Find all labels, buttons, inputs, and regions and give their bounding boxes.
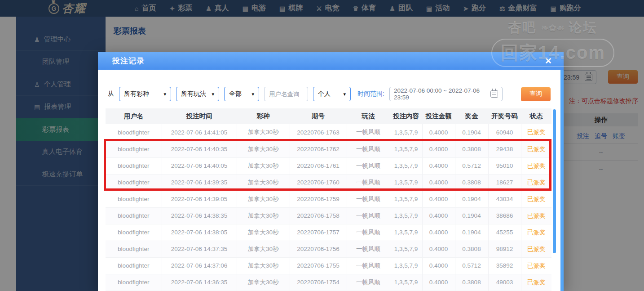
bet-records-modal: 投注记录 ✕ 从 所有彩种 ▾ 所有玩法 ▾ 全部 ▾ 个人 ▾ 时间范围:: [98, 52, 564, 291]
from-label: 从: [108, 90, 114, 98]
cell-prize: 0.1904: [455, 224, 488, 241]
cell-prize: 0.1904: [455, 191, 488, 207]
cell-period: 20220706-1763: [290, 124, 347, 141]
cell-username: bloodfighter: [106, 224, 162, 241]
cell-lottery: 加拿大30秒: [237, 241, 290, 257]
cell-draw-number: 38686: [488, 207, 521, 224]
cell-bet-time: 2022-07-06 14:37:35: [162, 241, 237, 257]
cell-amount: 0.4000: [422, 157, 455, 174]
cell-bet-time: 2022-07-06 14:36:35: [162, 274, 237, 291]
cell-username: bloodfighter: [106, 157, 162, 174]
cell-prize: 0.3808: [455, 274, 488, 291]
cell-play: 一帆风顺: [347, 141, 390, 157]
page: ♛ G 杏耀 ⌂首页✦彩票♟真人▦电游▤棋牌⚔电竞♛体育♟团队▣活动➤跑分⚖金鼎…: [0, 0, 644, 291]
bet-records-table-wrap: 用户名投注时间彩种期号玩法投注内容投注金额奖金开奖号码状态 bloodfight…: [106, 108, 551, 291]
cell-prize: 0.5712: [455, 257, 488, 274]
cell-bet-time: 2022-07-06 14:39:05: [162, 191, 237, 207]
lottery-type-select[interactable]: 所有彩种 ▾: [119, 87, 171, 101]
cell-bet-time: 2022-07-06 14:37:06: [162, 257, 237, 274]
modal-query-button[interactable]: 查询: [521, 87, 551, 101]
cell-draw-number: 45255: [488, 224, 521, 241]
table-row: bloodfighter2022-07-06 14:37:06加拿大30秒202…: [106, 257, 551, 274]
modal-scrollbar[interactable]: [560, 70, 564, 291]
cell-amount: 0.4000: [422, 191, 455, 207]
table-row: bloodfighter2022-07-06 14:38:05加拿大30秒202…: [106, 224, 551, 241]
cell-username: bloodfighter: [106, 257, 162, 274]
cell-amount: 0.4000: [422, 124, 455, 141]
cell-amount: 0.4000: [422, 207, 455, 224]
scope-select[interactable]: 个人 ▾: [313, 87, 351, 101]
cell-bet-time: 2022-07-06 14:41:05: [162, 124, 237, 141]
col-header-prize[interactable]: 奖金: [455, 108, 488, 124]
table-row: bloodfighter2022-07-06 14:41:05加拿大30秒202…: [106, 124, 551, 141]
cell-username: bloodfighter: [106, 124, 162, 141]
cell-bet-time: 2022-07-06 14:40:05: [162, 157, 237, 174]
cell-draw-number: 95010: [488, 157, 521, 174]
cell-username: bloodfighter: [106, 274, 162, 291]
time-range-input[interactable]: 2022-07-06 00:00 ~ 2022-07-06 23:59: [389, 87, 503, 101]
cell-prize: 0.5712: [455, 157, 488, 174]
play-type-select[interactable]: 所有玩法 ▾: [176, 87, 219, 101]
cell-draw-number: 49003: [488, 274, 521, 291]
table-row: bloodfighter2022-07-06 14:37:35加拿大30秒202…: [106, 241, 551, 257]
table-header-row: 用户名投注时间彩种期号玩法投注内容投注金额奖金开奖号码状态: [106, 108, 551, 124]
cell-period: 20220706-1760: [290, 174, 347, 191]
table-body: bloodfighter2022-07-06 14:41:05加拿大30秒202…: [106, 124, 551, 291]
cell-amount: 0.4000: [422, 224, 455, 241]
cell-lottery: 加拿大30秒: [237, 141, 290, 157]
cell-username: bloodfighter: [106, 191, 162, 207]
cell-amount: 0.4000: [422, 241, 455, 257]
cell-draw-number: 43034: [488, 191, 521, 207]
cell-prize: 0.1904: [455, 124, 488, 141]
col-header-bet-time[interactable]: 投注时间: [162, 108, 237, 124]
cell-lottery: 加拿大30秒: [237, 174, 290, 191]
username-search-input[interactable]: [264, 87, 308, 101]
cell-period: 20220706-1762: [290, 141, 347, 157]
cell-username: bloodfighter: [106, 141, 162, 157]
cell-play: 一帆风顺: [347, 157, 390, 174]
cell-play: 一帆风顺: [347, 174, 390, 191]
cell-amount: 0.4000: [422, 257, 455, 274]
col-header-play[interactable]: 玩法: [347, 108, 390, 124]
cell-draw-number: 18627: [488, 174, 521, 191]
col-header-amount[interactable]: 投注金额: [422, 108, 455, 124]
cell-period: 20220706-1754: [290, 274, 347, 291]
cell-content: 1,3,5,7,9: [390, 174, 422, 191]
col-header-lottery[interactable]: 彩种: [237, 108, 290, 124]
cell-content: 1,3,5,7,9: [390, 141, 422, 157]
chevron-down-icon: ▾: [343, 91, 346, 97]
cell-period: 20220706-1761: [290, 157, 347, 174]
table-scrollbar[interactable]: [553, 109, 556, 253]
table-row: bloodfighter2022-07-06 14:39:05加拿大30秒202…: [106, 191, 551, 207]
cell-draw-number: 98912: [488, 241, 521, 257]
cell-play: 一帆风顺: [347, 124, 390, 141]
cell-username: bloodfighter: [106, 207, 162, 224]
cell-lottery: 加拿大30秒: [237, 124, 290, 141]
cell-content: 1,3,5,7,9: [390, 224, 422, 241]
bet-records-table: 用户名投注时间彩种期号玩法投注内容投注金额奖金开奖号码状态 bloodfight…: [106, 108, 551, 291]
cell-content: 1,3,5,7,9: [390, 241, 422, 257]
cell-lottery: 加拿大30秒: [237, 207, 290, 224]
cell-status: 已派奖: [521, 257, 551, 274]
calendar-icon: [490, 90, 498, 98]
col-header-period[interactable]: 期号: [290, 108, 347, 124]
cell-lottery: 加拿大30秒: [237, 157, 290, 174]
table-row: bloodfighter2022-07-06 14:40:05加拿大30秒202…: [106, 157, 551, 174]
cell-status: 已派奖: [521, 141, 551, 157]
cell-status: 已派奖: [521, 124, 551, 141]
col-header-draw-number[interactable]: 开奖号码: [488, 108, 521, 124]
cell-bet-time: 2022-07-06 14:40:35: [162, 141, 237, 157]
cell-period: 20220706-1759: [290, 191, 347, 207]
cell-prize: 0.3808: [455, 141, 488, 157]
close-icon[interactable]: ✕: [545, 57, 552, 65]
status-select[interactable]: 全部 ▾: [224, 87, 259, 101]
table-row: bloodfighter2022-07-06 14:36:35加拿大30秒202…: [106, 274, 551, 291]
col-header-status[interactable]: 状态: [521, 108, 551, 124]
table-row: bloodfighter2022-07-06 14:39:35加拿大30秒202…: [106, 174, 551, 191]
cell-play: 一帆风顺: [347, 207, 390, 224]
cell-status: 已派奖: [521, 207, 551, 224]
chevron-down-icon: ▾: [212, 91, 214, 97]
col-header-content[interactable]: 投注内容: [390, 108, 422, 124]
col-header-username[interactable]: 用户名: [106, 108, 162, 124]
cell-status: 已派奖: [521, 174, 551, 191]
